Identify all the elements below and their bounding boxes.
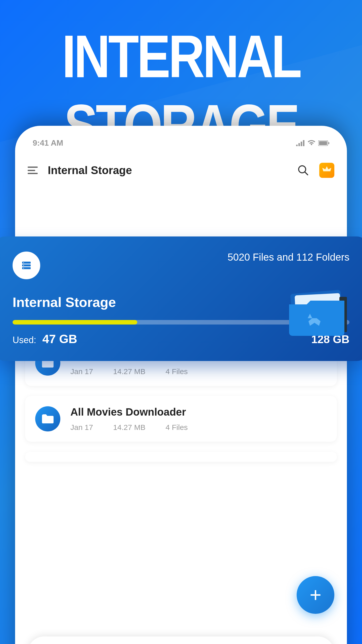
- folder-size: 14.27 MB: [113, 367, 145, 376]
- search-icon[interactable]: [297, 164, 309, 176]
- app-header: Internal Storage: [15, 153, 347, 188]
- folder-icon: [35, 406, 60, 431]
- folder-item[interactable]: All Movies Downloader Jan 17 14.27 MB 4 …: [25, 396, 337, 442]
- plus-icon: +: [310, 583, 322, 607]
- used-value: 47 GB: [42, 332, 77, 346]
- status-bar: 9:41 AM: [15, 126, 347, 153]
- folder-name: All Movies Downloader: [70, 406, 327, 418]
- folder-item[interactable]: [25, 452, 337, 462]
- bottom-nav: GB: [28, 636, 334, 644]
- storage-icon: [13, 252, 40, 279]
- status-icons: [296, 140, 329, 146]
- phone-frame: 9:41 AM Internal Storage 5020 Files and …: [15, 126, 347, 644]
- svg-rect-1: [319, 141, 327, 145]
- svg-point-8: [23, 262, 24, 263]
- svg-point-9: [23, 265, 24, 266]
- app-title: Internal Storage: [48, 164, 287, 177]
- files-folders-count: 5020 Files and 112 Folders: [228, 252, 349, 263]
- status-time: 9:41 AM: [33, 138, 63, 148]
- folder-files: 4 Files: [166, 423, 188, 432]
- used-label: Used:: [13, 335, 36, 345]
- premium-icon[interactable]: [319, 163, 334, 178]
- add-button[interactable]: +: [297, 576, 334, 614]
- svg-point-10: [23, 268, 24, 269]
- storage-card[interactable]: 5020 Files and 112 Folders Internal Stor…: [0, 236, 362, 361]
- svg-line-4: [305, 172, 308, 175]
- folder-date: Jan 17: [70, 423, 93, 432]
- signal-icon: [296, 140, 305, 146]
- folder-date: Jan 17: [70, 367, 93, 376]
- battery-icon: [318, 140, 329, 146]
- folder-files: 4 Files: [166, 367, 188, 376]
- wifi-icon: [308, 140, 315, 146]
- svg-rect-2: [328, 142, 329, 144]
- menu-icon[interactable]: [28, 167, 38, 174]
- folder-illustration-icon: [282, 287, 352, 337]
- folder-size: 14.27 MB: [113, 423, 145, 432]
